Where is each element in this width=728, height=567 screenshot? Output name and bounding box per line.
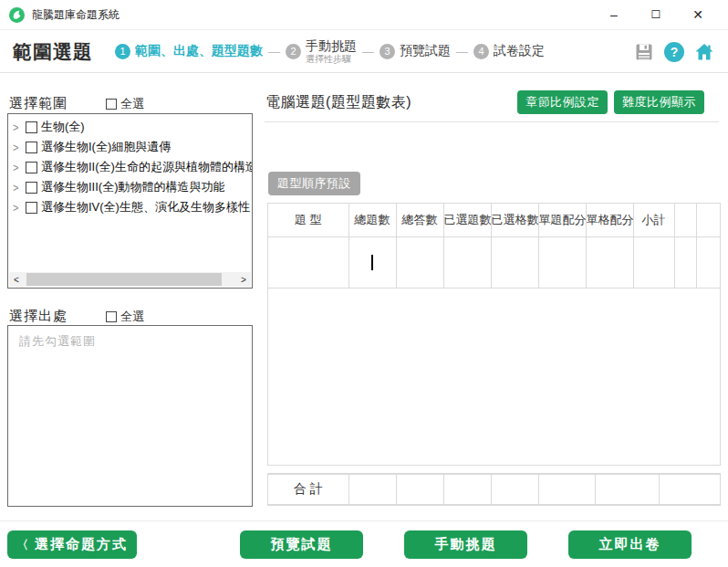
preview-questions-button[interactable]: 預覽試題 [240,530,363,559]
close-button[interactable]: ✕ [677,1,719,28]
back-to-mode-button[interactable]: 〈 選擇命題方式 [7,530,137,559]
main-panel-title: 電腦選題(題型題數表) [265,93,411,112]
scrollbar-thumb[interactable] [26,273,222,286]
step-3-preview[interactable]: 3 預覽試題 [380,43,451,59]
maximize-button[interactable]: ☐ [635,1,677,28]
col-subtotal: 小計 [633,204,674,236]
difficulty-ratio-button[interactable]: 難度比例顯示 [614,90,704,114]
range-item-checkbox[interactable] [26,202,37,214]
col-question-type: 題 型 [268,204,348,236]
total-row: 合 計 [268,475,720,505]
help-icon[interactable]: ? [664,42,684,62]
range-item-label: 生物(全) [41,119,85,135]
expand-chevron-icon[interactable]: > [13,141,24,153]
col-total-answers: 總答數 [396,204,443,236]
window-controls: – ☐ ✕ [593,1,719,28]
total-cell [396,475,443,505]
source-list: 請先勾選範圍 [7,325,253,507]
source-section-header: 選擇出處 全選 [9,308,144,325]
source-select-all[interactable]: 全選 [106,309,144,325]
range-tree-item[interactable]: > 生物(全) [8,117,252,137]
titlebar: 龍騰題庫命題系統 – ☐ ✕ [0,0,728,30]
step-2-sublabel: 選擇性步驟 [306,54,357,64]
page-title: 範圍選題 [13,39,93,65]
step-2-number: 2 [286,44,301,59]
step-4-paper-settings[interactable]: 4 試卷設定 [473,43,545,59]
scrollbar-track[interactable] [24,272,236,287]
range-tree-item[interactable]: > 選修生物IV(全)生態、演化及生物多樣性 [8,197,252,217]
source-select-all-checkbox[interactable] [106,311,117,322]
col-points-per-cell: 單格配分 [586,204,633,236]
range-tree-list: > 生物(全) > 選修生物I(全)細胞與遺傳 > 選修生物II(全)生命的起源… [7,113,253,289]
range-item-checkbox[interactable] [26,182,37,194]
step-1-label: 範圍、出處、題型題數 [135,43,263,59]
step-separator: — [362,45,374,58]
total-row-table: 合 計 [267,473,721,506]
source-placeholder-text: 請先勾選範圍 [8,326,252,350]
question-type-order-preset-button[interactable]: 題型順序預設 [268,172,360,195]
source-section-title: 選擇出處 [9,308,68,325]
generate-paper-button[interactable]: 立即出卷 [568,530,692,559]
step-1-range[interactable]: 1 範圍、出處、題型題數 [115,43,263,59]
wizard-steps: 1 範圍、出處、題型題數 — 2 手動挑題 選擇性步驟 — 3 預覽試題 — 4… [115,39,545,63]
manual-pick-button[interactable]: 手動挑題 [404,530,527,559]
scroll-right-icon[interactable]: > [236,275,251,285]
range-tree-item[interactable]: > 選修生物III(全)動物體的構造與功能 [8,177,252,197]
range-select-all[interactable]: 全選 [106,96,144,112]
col-empty [674,204,696,236]
step-3-label: 預覽試題 [400,43,451,59]
scroll-left-icon[interactable]: < [9,275,24,285]
expand-chevron-icon[interactable]: > [13,161,24,173]
chapter-ratio-button[interactable]: 章節比例設定 [517,90,608,114]
range-tree-item[interactable]: > 選修生物I(全)細胞與遺傳 [8,137,252,157]
total-cell [491,475,538,505]
range-item-label: 選修生物II(全)生命的起源與植物體的構造 [41,159,252,175]
horizontal-scrollbar[interactable]: < > [9,272,251,287]
divider [0,520,728,521]
step-separator: — [268,45,280,58]
col-selected-questions: 已選題數 [443,204,491,236]
step-2-manual-pick[interactable]: 2 手動挑題 選擇性步驟 [286,39,357,63]
cell-points-per-question[interactable] [538,236,586,288]
range-tree-item[interactable]: > 選修生物II(全)生命的起源與植物體的構造 [8,157,252,177]
question-type-table: 題 型 總題數 總答數 已選題數 已選格數 單題配分 單格配分 小計 [267,203,721,466]
range-select-all-checkbox[interactable] [106,99,117,110]
text-caret [371,255,373,270]
source-select-all-label: 全選 [120,309,144,325]
cell-total-answers[interactable] [396,236,443,288]
cell-question-type[interactable] [268,236,348,288]
step-4-number: 4 [473,44,489,59]
header-icons: ? [633,41,715,63]
step-1-number: 1 [115,44,130,59]
cell-selected-questions[interactable] [443,236,491,288]
range-section-header: 選擇範圍 全選 [9,95,144,112]
divider [265,121,719,122]
cell-points-per-cell[interactable] [586,236,633,288]
expand-chevron-icon[interactable]: > [13,181,24,194]
cell-subtotal[interactable] [633,236,674,288]
step-2-label: 手動挑題 [306,39,357,53]
cell-total-questions[interactable] [348,236,396,288]
header: 範圍選題 1 範圍、出處、題型題數 — 2 手動挑題 選擇性步驟 — 3 預覽試… [0,31,728,73]
range-item-checkbox[interactable] [26,121,37,133]
expand-chevron-icon[interactable]: > [13,121,24,133]
minimize-button[interactable]: – [593,1,635,28]
col-total-questions: 總題數 [348,204,396,236]
total-cell [538,475,595,505]
range-item-label: 選修生物III(全)動物體的構造與功能 [41,179,225,195]
cell-selected-cells[interactable] [491,236,538,288]
total-cell [348,475,396,505]
home-icon[interactable] [693,41,715,63]
total-cell [659,475,720,505]
window-title: 龍騰題庫命題系統 [32,7,120,23]
back-to-mode-label: 選擇命題方式 [35,536,128,553]
expand-chevron-icon[interactable]: > [13,201,24,214]
range-item-checkbox[interactable] [26,142,37,153]
range-section-title: 選擇範圍 [9,95,68,112]
range-item-label: 選修生物IV(全)生態、演化及生物多樣性 [41,199,250,215]
range-select-all-label: 全選 [120,96,144,112]
col-selected-cells: 已選格數 [491,204,538,236]
total-cell [595,475,659,505]
save-icon[interactable] [633,41,655,63]
range-item-checkbox[interactable] [26,162,37,173]
